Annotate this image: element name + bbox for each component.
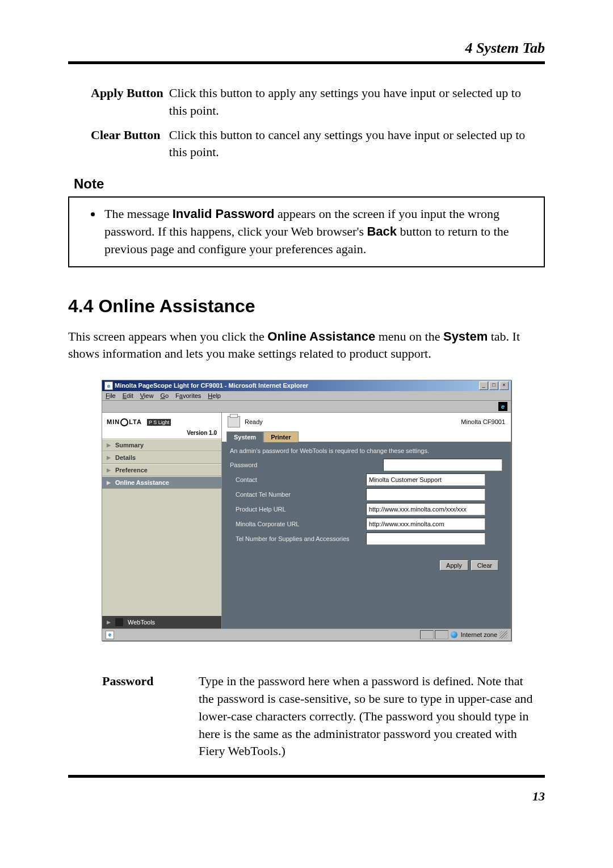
pagescope-light-badge: P S Light bbox=[147, 419, 171, 426]
device-model: Minolta CF9001 bbox=[461, 418, 505, 425]
help-url-input[interactable]: http://www.xxx.minolta.com/xxx/xxx bbox=[366, 503, 485, 515]
form-row-contact-tel: Contact Tel Number bbox=[230, 488, 503, 501]
note-bold-back: Back bbox=[367, 224, 397, 238]
minolta-logo-2: LTA bbox=[129, 418, 142, 425]
note-bold-invalid-password: Invalid Password bbox=[173, 207, 275, 221]
nav-label: Details bbox=[115, 454, 136, 461]
close-button[interactable]: × bbox=[499, 381, 509, 390]
contact-tel-input[interactable] bbox=[366, 488, 485, 501]
note-heading: Note bbox=[74, 176, 545, 192]
version-label: Version 1.0 bbox=[107, 430, 217, 436]
triangle-icon: ▶ bbox=[107, 480, 111, 485]
resize-grip-icon[interactable] bbox=[499, 631, 507, 639]
section-title: 4.4 Online Assistance bbox=[68, 296, 545, 317]
triangle-icon: ▶ bbox=[107, 442, 111, 448]
apply-button-label: Apply Button bbox=[91, 81, 169, 123]
triangle-icon: ▶ bbox=[107, 455, 111, 460]
apply-button-desc: Click this button to apply any settings … bbox=[169, 81, 545, 123]
clear-button-label: Clear Button bbox=[91, 123, 169, 165]
screenshot-figure: e Minolta PageScope Light for CF9001 - M… bbox=[68, 380, 545, 641]
sidebar-nav: ▶ Summary ▶ Details ▶ Preference ▶ bbox=[102, 439, 221, 616]
password-def-label: Password bbox=[102, 669, 199, 764]
clear-button[interactable]: Clear bbox=[471, 560, 498, 571]
supplies-tel-field-label: Tel Number for Supplies and Accessories bbox=[230, 535, 366, 542]
corp-url-field-label: Minolta Corporate URL bbox=[230, 521, 366, 527]
sidebar-item-preference[interactable]: ▶ Preference bbox=[102, 464, 221, 476]
table-row: Clear Button Click this button to cancel… bbox=[91, 123, 545, 165]
corp-url-input[interactable]: http://www.xxx.minolta.com bbox=[366, 518, 485, 530]
triangle-icon: ▶ bbox=[107, 619, 111, 625]
branding-area: MINLTA P S Light Version 1.0 bbox=[102, 413, 221, 439]
intro-bold-system: System bbox=[443, 329, 488, 343]
tab-printer[interactable]: Printer bbox=[263, 431, 298, 442]
note-box: The message Invalid Password appears on … bbox=[68, 196, 545, 267]
tab-strip: System Printer bbox=[222, 431, 511, 442]
table-row: Apply Button Click this button to apply … bbox=[91, 81, 545, 123]
button-definitions-table: Apply Button Click this button to apply … bbox=[91, 81, 545, 165]
password-def-desc: Type in the password here when a passwor… bbox=[199, 669, 545, 764]
printer-icon bbox=[228, 416, 240, 427]
intro-bold-online: Online Assistance bbox=[267, 329, 375, 343]
nav-label: Preference bbox=[115, 467, 148, 473]
form-row-help-url: Product Help URL http://www.xxx.minolta.… bbox=[230, 503, 503, 515]
section-intro: This screen appears when you click the O… bbox=[68, 328, 545, 363]
maximize-button[interactable]: □ bbox=[489, 381, 498, 390]
admin-password-note: An admin's password for WebTools is requ… bbox=[230, 447, 503, 454]
webtools-icon bbox=[115, 618, 123, 626]
tab-content: An admin's password for WebTools is requ… bbox=[222, 442, 511, 628]
statusbar-ie-icon: e bbox=[106, 631, 114, 639]
browser-menubar: File Edit View Go Favorites Help bbox=[102, 391, 511, 401]
intro-text-c: menu on the bbox=[375, 329, 443, 343]
status-row: Ready Minolta CF9001 bbox=[222, 413, 511, 431]
contact-field-label: Contact bbox=[230, 476, 366, 483]
page-client-area: MINLTA P S Light Version 1.0 ▶ Summary ▶… bbox=[102, 413, 511, 628]
sidebar-item-online-assistance[interactable]: ▶ Online Assistance bbox=[102, 476, 221, 489]
window-titlebar: e Minolta PageScope Light for CF9001 - M… bbox=[102, 380, 511, 391]
browser-statusbar: e Internet zone bbox=[102, 628, 511, 640]
zone-label: Internet zone bbox=[461, 631, 497, 638]
status-ready: Ready bbox=[245, 418, 263, 425]
menu-help[interactable]: Help bbox=[208, 392, 221, 399]
minimize-button[interactable]: _ bbox=[479, 381, 488, 390]
sidebar-item-summary[interactable]: ▶ Summary bbox=[102, 439, 221, 451]
sidebar-item-webtools[interactable]: ▶ WebTools bbox=[102, 616, 221, 628]
password-field-label: Password bbox=[230, 462, 360, 468]
menu-favorites[interactable]: Favorites bbox=[175, 392, 201, 399]
table-row: Password Type in the password here when … bbox=[102, 669, 545, 764]
ie-icon: e bbox=[104, 381, 113, 390]
form-button-row: Apply Clear bbox=[230, 562, 503, 569]
browser-window: e Minolta PageScope Light for CF9001 - M… bbox=[102, 380, 511, 641]
triangle-icon: ▶ bbox=[107, 467, 111, 473]
form-row-corp-url: Minolta Corporate URL http://www.xxx.min… bbox=[230, 518, 503, 530]
nav-label: Summary bbox=[115, 442, 144, 448]
contact-tel-field-label: Contact Tel Number bbox=[230, 491, 366, 498]
menu-view[interactable]: View bbox=[140, 392, 154, 399]
globe-icon bbox=[451, 631, 457, 638]
header-rule bbox=[68, 61, 545, 64]
clear-button-desc: Click this button to cancel any settings… bbox=[169, 123, 545, 165]
menu-edit[interactable]: Edit bbox=[123, 392, 133, 399]
supplies-tel-input[interactable] bbox=[366, 532, 485, 545]
sidebar-item-details[interactable]: ▶ Details bbox=[102, 451, 221, 464]
page-header-chapter: 4 System Tab bbox=[68, 40, 545, 57]
contact-input[interactable]: Minolta Customer Support bbox=[366, 473, 485, 486]
security-zone: Internet zone bbox=[451, 631, 497, 638]
nav-label: WebTools bbox=[128, 619, 155, 626]
form-row-password: Password bbox=[230, 459, 503, 471]
menu-file[interactable]: File bbox=[106, 392, 116, 399]
apply-button[interactable]: Apply bbox=[440, 560, 468, 571]
browser-toolbar: e bbox=[102, 401, 511, 413]
minolta-logo-circle bbox=[120, 418, 128, 426]
password-definition-table: Password Type in the password here when … bbox=[102, 669, 545, 764]
password-input[interactable] bbox=[383, 459, 502, 471]
tab-system[interactable]: System bbox=[226, 431, 263, 442]
help-url-field-label: Product Help URL bbox=[230, 506, 366, 513]
note-text-1: The message bbox=[104, 207, 173, 221]
menu-go[interactable]: Go bbox=[160, 392, 169, 399]
form-row-supplies-tel: Tel Number for Supplies and Accessories bbox=[230, 532, 503, 545]
ie-throbber-icon: e bbox=[498, 402, 507, 411]
note-item: The message Invalid Password appears on … bbox=[102, 206, 534, 258]
window-title: Minolta PageScope Light for CF9001 - Mic… bbox=[115, 382, 308, 389]
intro-text-a: This screen appears when you click the bbox=[68, 329, 267, 343]
statusbar-wells bbox=[420, 630, 448, 639]
